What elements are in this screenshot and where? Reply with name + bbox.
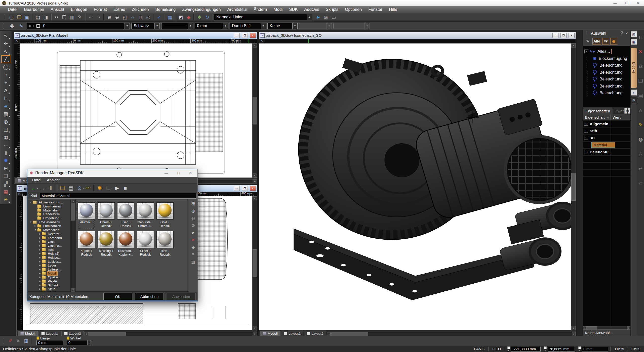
tree-item-glasma-[interactable]: ▶Glasma... bbox=[28, 244, 70, 248]
length-input[interactable]: 0 mm bbox=[36, 340, 63, 345]
edit-pencil-icon[interactable]: ✎ bbox=[637, 120, 644, 130]
material-thumbnail[interactable] bbox=[98, 202, 115, 219]
settings-gear-icon[interactable]: ✺ bbox=[95, 185, 104, 192]
line-style-combo[interactable]: Normale Linien ▼ bbox=[214, 14, 312, 20]
menu-architektur[interactable]: Architektur bbox=[224, 6, 250, 13]
hatch-icon[interactable]: ▰ bbox=[1, 102, 10, 110]
chevron-down-icon[interactable]: ▼ bbox=[292, 23, 297, 29]
collapse-icon[interactable]: − bbox=[584, 50, 588, 53]
ring-icon[interactable]: ◎ bbox=[190, 215, 196, 221]
tab-zwangsbedingungen[interactable]: Zwangsbed bbox=[613, 108, 624, 114]
layers-icon[interactable]: ≡ bbox=[190, 252, 196, 257]
restore-icon[interactable]: ❐ bbox=[560, 33, 567, 38]
delete-icon[interactable]: ✕ bbox=[190, 237, 196, 243]
menu-datei[interactable]: Datei bbox=[5, 6, 21, 13]
loft-3d-icon[interactable]: ◳ bbox=[1, 125, 10, 133]
viewport-icon[interactable]: ▦ bbox=[190, 201, 196, 206]
ruler-origin-button[interactable]: ⇱ bbox=[259, 39, 265, 43]
camera-icon[interactable]: ◉ bbox=[322, 14, 330, 21]
pin-icon[interactable] bbox=[619, 31, 624, 35]
tree-item-materialien[interactable]: Materialien bbox=[28, 208, 70, 212]
window-title-bar[interactable]: Tc airpack_3D.tcw PlanModell — ❐ ✕ bbox=[14, 32, 257, 39]
search-icon[interactable]: ⊙ bbox=[75, 185, 84, 192]
monitor-icon[interactable]: ▭ bbox=[330, 14, 338, 21]
tree-item-materialien[interactable]: ▼Materialien bbox=[28, 228, 70, 232]
material-messing-redsdk[interactable]: Messing + Redsdk bbox=[97, 231, 115, 257]
cancel-button[interactable]: Abbrechen bbox=[135, 293, 164, 300]
menu-ändern[interactable]: Ändern bbox=[250, 6, 270, 13]
restore-icon[interactable]: ❐ bbox=[242, 33, 248, 38]
delete-icon[interactable]: ✕ bbox=[637, 47, 644, 57]
restore-icon[interactable]: ❐ bbox=[242, 186, 248, 191]
globe-icon[interactable]: ◐ bbox=[631, 90, 637, 96]
expand-icon[interactable]: ▶ bbox=[38, 245, 42, 247]
vertical-ruler[interactable] bbox=[17, 196, 22, 330]
material-thumbnail[interactable] bbox=[117, 202, 134, 219]
expand-icon[interactable]: ▼ bbox=[29, 201, 32, 203]
expand-icon[interactable]: ▶ bbox=[38, 276, 42, 278]
vertical-ruler[interactable]: 100 mm0 mm-100 mm bbox=[14, 43, 20, 178]
new-file-icon[interactable]: ▢ bbox=[8, 14, 15, 21]
zoom-full-icon[interactable]: ◎ bbox=[144, 14, 152, 21]
expand-icon[interactable]: + bbox=[584, 122, 588, 126]
minimize-icon[interactable]: — bbox=[234, 33, 240, 38]
tab-bloecke[interactable]: Blöcke bbox=[631, 48, 637, 88]
toolbar-handle[interactable] bbox=[4, 14, 6, 20]
menu-zwangsbedingungen[interactable]: Zwangsbedingungen bbox=[179, 6, 224, 13]
zoom-window-icon[interactable]: ◱ bbox=[121, 14, 129, 21]
diamond-icon[interactable]: ◆ bbox=[190, 244, 196, 250]
menu-skripts[interactable]: Skripts bbox=[323, 6, 342, 13]
select-icon[interactable]: ↖ bbox=[1, 32, 10, 40]
tree-item-holzbo-[interactable]: ▶Holzbo... bbox=[28, 256, 70, 260]
cylinder-icon[interactable]: ⊙ bbox=[190, 223, 196, 228]
expand-icon[interactable]: ▶ bbox=[34, 225, 37, 227]
tree-item-lackier-[interactable]: ▶Lackier... bbox=[28, 259, 70, 263]
box-3d-icon[interactable]: ▧ bbox=[1, 110, 10, 118]
chevron-down-icon[interactable]: ▼ bbox=[125, 23, 130, 29]
folder-icon[interactable]: ❏ bbox=[58, 185, 67, 192]
material-thumbnail[interactable] bbox=[137, 231, 154, 248]
spell-check-icon[interactable]: ✓ bbox=[155, 14, 163, 21]
sort-az-icon[interactable]: AZ↓ bbox=[84, 185, 92, 192]
column-value[interactable]: Wert bbox=[611, 114, 631, 120]
minimize-icon[interactable]: — bbox=[234, 186, 240, 191]
filter-icon[interactable]: ≡▾ bbox=[602, 38, 609, 45]
tab-layout1[interactable]: Layout1 bbox=[281, 331, 303, 336]
return-arrow-icon[interactable]: ↩ bbox=[637, 163, 644, 173]
minimize-icon[interactable]: — bbox=[609, 1, 621, 5]
vertical-scrollbar[interactable]: ▲▼ bbox=[252, 196, 257, 330]
expand-icon[interactable]: ▶ bbox=[38, 252, 42, 255]
chevron-down-icon[interactable]: ▼ bbox=[261, 23, 266, 29]
line-icon[interactable]: ╱ bbox=[1, 55, 10, 63]
chevron-down-icon[interactable]: ▼ bbox=[154, 23, 159, 29]
table-icon[interactable]: ▦ bbox=[1, 188, 10, 196]
calculator-table-icon[interactable]: ▦ bbox=[22, 337, 30, 344]
material-eisen-redsdk[interactable]: Eisen + Redsdk bbox=[117, 202, 135, 228]
property-row-3d[interactable]: −3D bbox=[583, 135, 631, 142]
pen-style-combo[interactable]: Durch Stift ▼ bbox=[230, 23, 266, 29]
panel-handle[interactable] bbox=[586, 31, 588, 35]
horizontal-scrollbar[interactable]: ◄► bbox=[84, 332, 257, 336]
x-coordinate[interactable]: X -221,3839 mm bbox=[507, 346, 541, 352]
tree-item-leiterpl-[interactable]: ▶Leiterpl... bbox=[28, 268, 70, 272]
lock-icon[interactable] bbox=[67, 337, 69, 340]
property-row-material[interactable]: Material bbox=[583, 142, 631, 149]
line-pattern-combo[interactable]: ▼ bbox=[161, 23, 193, 29]
text-icon[interactable]: A bbox=[1, 86, 10, 94]
tab-modell[interactable]: Modell bbox=[260, 331, 280, 336]
layer-combo[interactable]: ◉ ◐ 0 ▼ bbox=[27, 23, 130, 29]
menu-format[interactable]: Format bbox=[91, 6, 110, 13]
angle-input[interactable]: 0 ▲▼ bbox=[67, 340, 91, 345]
property-row-beleuchtu-[interactable]: +Beleuchtu... bbox=[583, 149, 631, 156]
menu-fenster[interactable]: Fenster bbox=[365, 6, 386, 13]
menu-optionen[interactable]: Optionen bbox=[342, 6, 365, 13]
menu-sdk[interactable]: SDK bbox=[286, 6, 301, 13]
paste-icon[interactable]: ▥ bbox=[68, 14, 76, 21]
ruler-origin-button[interactable]: ⇱ bbox=[14, 39, 20, 43]
sphere-3d-icon[interactable]: ◍ bbox=[1, 118, 10, 125]
gear-icon[interactable]: ✺ bbox=[8, 22, 16, 29]
compass-pen-icon[interactable]: ✐ bbox=[7, 337, 14, 344]
ellipse-icon[interactable]: ◯ bbox=[1, 63, 10, 71]
arc-icon[interactable]: ∩ bbox=[1, 71, 10, 79]
tree-root-row[interactable]: − ✎➤ Alles... bbox=[583, 48, 631, 55]
